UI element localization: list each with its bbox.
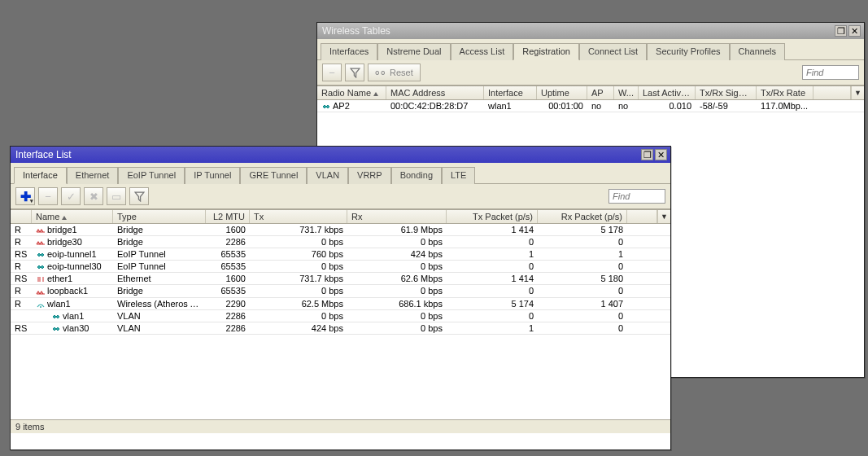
column-chooser-button[interactable]: ▼ — [851, 86, 864, 99]
table-row[interactable]: RSether1Ethernet1600731.7 kbps62.6 Mbps1… — [11, 273, 670, 285]
wireless-title: Wireless Tables — [322, 25, 390, 37]
disable-button[interactable]: ✖ — [84, 187, 103, 205]
tab-ethernet[interactable]: Ethernet — [67, 167, 119, 184]
table-row[interactable]: Reoip-tunnel30EoIP Tunnel655350 bps0 bps… — [11, 261, 670, 273]
tab-ip-tunnel[interactable]: IP Tunnel — [185, 167, 240, 184]
interface-grid-body: Rbridge1Bridge1600731.7 kbps61.9 Mbps1 4… — [11, 224, 670, 419]
col-uptime[interactable]: Uptime — [537, 86, 587, 99]
remove-button[interactable]: − — [322, 64, 342, 81]
col-rate[interactable]: Tx/Rx Rate — [757, 86, 813, 99]
tab-lte[interactable]: LTE — [442, 167, 475, 184]
table-row[interactable]: Rbridge1Bridge1600731.7 kbps61.9 Mbps1 4… — [11, 224, 670, 236]
tab-vlan[interactable]: VLAN — [307, 167, 348, 184]
tab-eoip-tunnel[interactable]: EoIP Tunnel — [118, 167, 185, 184]
tab-nstreme-dual[interactable]: Nstreme Dual — [377, 43, 450, 60]
column-chooser-button[interactable]: ▼ — [657, 210, 670, 223]
eth-icon — [36, 275, 46, 283]
wireless-toolbar: − ᴏᴏ Reset — [317, 60, 864, 86]
wireless-tabbar: InterfacesNstreme DualAccess ListRegistr… — [317, 39, 864, 60]
bridge-icon — [36, 288, 46, 296]
col-signal[interactable]: Tx/Rx Signal ... — [696, 86, 757, 99]
interface-titlebar[interactable]: Interface List ❐ ✕ — [11, 147, 670, 163]
tab-connect-list[interactable]: Connect List — [579, 43, 647, 60]
vlan-icon — [51, 325, 61, 333]
close-button[interactable]: ✕ — [848, 25, 861, 37]
tab-interface[interactable]: Interface — [14, 167, 67, 184]
col-interface[interactable]: Interface — [484, 86, 537, 99]
sort-asc-icon — [373, 92, 378, 96]
interface-toolbar: ✚▾ − ✓ ✖ ▭ — [11, 184, 670, 209]
reset-label: Reset — [390, 68, 413, 77]
table-row[interactable]: RSeoip-tunnel1EoIP Tunnel65535760 bps424… — [11, 248, 670, 261]
filter-button[interactable] — [345, 64, 364, 81]
reset-button[interactable]: ᴏᴏ Reset — [368, 64, 421, 81]
tab-bonding[interactable]: Bonding — [391, 167, 442, 184]
col-flags[interactable] — [11, 210, 32, 223]
tab-gre-tunnel[interactable]: GRE Tunnel — [240, 167, 307, 184]
interface-grid-header: Name Type L2 MTU Tx Rx Tx Packet (p/s) R… — [11, 209, 670, 224]
status-bar: 9 items — [11, 419, 670, 433]
sort-asc-icon — [62, 216, 67, 220]
col-rxp[interactable]: Rx Packet (p/s) — [538, 210, 627, 223]
table-row[interactable]: RSvlan30VLAN2286424 bps0 bps10 — [11, 322, 670, 335]
maximize-button[interactable]: ❐ — [641, 149, 653, 160]
tab-security-profiles[interactable]: Security Profiles — [647, 43, 729, 60]
col-mac[interactable]: MAC Address — [386, 86, 484, 99]
tab-channels[interactable]: Channels — [730, 43, 785, 60]
comment-button[interactable]: ▭ — [107, 187, 126, 205]
col-ap[interactable]: AP — [587, 86, 614, 99]
remove-button[interactable]: − — [38, 187, 58, 205]
bridge-icon — [36, 239, 46, 247]
wireless-grid-header: Radio Name MAC Address Interface Uptime … — [317, 86, 864, 100]
col-mtu[interactable]: L2 MTU — [206, 210, 250, 223]
vlan-icon — [51, 313, 61, 321]
col-rx[interactable]: Rx — [347, 210, 447, 223]
col-type[interactable]: Type — [113, 210, 206, 223]
svg-point-0 — [40, 306, 41, 308]
filter-button[interactable] — [129, 187, 149, 205]
close-button[interactable]: ✕ — [655, 149, 667, 160]
table-row[interactable]: Rbridge30Bridge22860 bps0 bps00 — [11, 236, 670, 248]
find-input[interactable] — [802, 65, 859, 80]
wireless-icon — [321, 103, 331, 111]
wireless-titlebar[interactable]: Wireless Tables ❐ ✕ — [317, 23, 864, 39]
maximize-button[interactable]: ❐ — [835, 25, 847, 37]
table-row[interactable]: AP200:0C:42:DB:28:D7wlan100:01:00nono0.0… — [317, 100, 864, 112]
col-last[interactable]: Last Activit... — [639, 86, 696, 99]
bridge-icon — [36, 226, 46, 235]
col-name[interactable]: Name — [32, 210, 113, 223]
table-row[interactable]: Rwlan1Wireless (Atheros AR9...229062.5 M… — [11, 298, 670, 310]
find-input[interactable] — [608, 189, 665, 204]
tunnel-icon — [36, 251, 46, 259]
interface-window[interactable]: Interface List ❐ ✕ InterfaceEthernetEoIP… — [10, 146, 671, 450]
enable-button[interactable]: ✓ — [61, 187, 81, 205]
col-radio-name[interactable]: Radio Name — [317, 86, 386, 99]
tunnel-icon — [36, 263, 46, 271]
col-tx[interactable]: Tx — [250, 210, 347, 223]
col-wds[interactable]: W... — [614, 86, 639, 99]
tab-registration[interactable]: Registration — [513, 43, 579, 60]
table-row[interactable]: Rloopback1Bridge655350 bps0 bps00 — [11, 285, 670, 297]
table-row[interactable]: vlan1VLAN22860 bps0 bps00 — [11, 310, 670, 322]
tab-interfaces[interactable]: Interfaces — [321, 43, 377, 60]
wlan-icon — [36, 300, 46, 309]
interface-title: Interface List — [15, 149, 72, 160]
interface-tabbar: InterfaceEthernetEoIP TunnelIP TunnelGRE… — [11, 163, 670, 184]
tab-access-list[interactable]: Access List — [451, 43, 514, 60]
tab-vrrp[interactable]: VRRP — [348, 167, 391, 184]
add-button[interactable]: ✚▾ — [15, 187, 35, 205]
col-txp[interactable]: Tx Packet (p/s) — [447, 210, 538, 223]
